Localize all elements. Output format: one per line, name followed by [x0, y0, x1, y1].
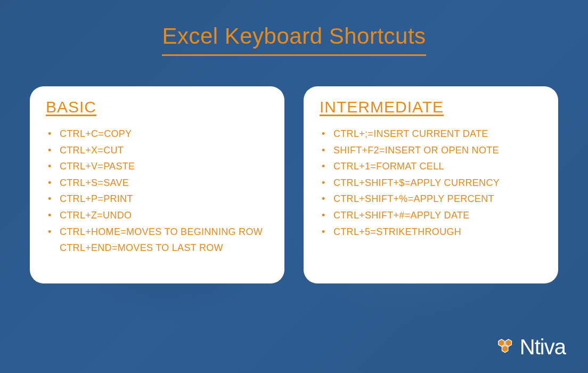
card-basic: BASIC CTRL+C=COPY CTRL+X=CUT CTRL+V=PAST… — [30, 86, 284, 283]
list-item: CTRL+P=PRINT — [48, 191, 268, 207]
intermediate-list: CTRL+;=INSERT CURRENT DATE SHIFT+F2=INSE… — [320, 126, 542, 240]
list-item: CTRL+Z=UNDO — [48, 207, 268, 224]
list-item: CTRL+1=FORMAT CELL — [322, 158, 542, 175]
list-item: CTRL+S=SAVE — [48, 175, 268, 191]
intermediate-heading: INTERMEDIATE — [320, 98, 542, 116]
basic-heading: BASIC — [46, 98, 268, 116]
svg-marker-0 — [499, 339, 504, 346]
list-item-text-extra: CTRL+END=MOVES TO LAST ROW — [60, 240, 268, 256]
cards-row: BASIC CTRL+C=COPY CTRL+X=CUT CTRL+V=PAST… — [30, 86, 558, 283]
list-item: CTRL+SHIFT+#=APPLY DATE — [322, 207, 542, 224]
list-item: CTRL+HOME=MOVES TO BEGINNING ROW CTRL+EN… — [48, 224, 268, 256]
list-item-text: CTRL+HOME=MOVES TO BEGINNING ROW — [60, 226, 263, 237]
list-item: CTRL+C=COPY — [48, 126, 268, 142]
list-item: SHIFT+F2=INSERT OR OPEN NOTE — [322, 142, 542, 159]
list-item: CTRL+SHIFT+%=APPLY PERCENT — [322, 191, 542, 207]
svg-marker-2 — [502, 345, 508, 352]
list-item: CTRL+V=PASTE — [48, 158, 268, 175]
list-item: CTRL+5=STRIKETHROUGH — [322, 224, 542, 240]
brand-logo: Ntiva — [496, 335, 566, 359]
page-title: Excel Keyboard Shortcuts — [162, 23, 426, 56]
basic-list: CTRL+C=COPY CTRL+X=CUT CTRL+V=PASTE CTRL… — [46, 126, 268, 256]
card-intermediate: INTERMEDIATE CTRL+;=INSERT CURRENT DATE … — [304, 86, 558, 283]
list-item: CTRL+;=INSERT CURRENT DATE — [322, 126, 542, 142]
title-container: Excel Keyboard Shortcuts — [0, 23, 588, 56]
hexagon-icon — [496, 338, 517, 356]
list-item: CTRL+X=CUT — [48, 142, 268, 159]
svg-marker-1 — [505, 339, 511, 346]
brand-name: Ntiva — [520, 335, 566, 359]
list-item: CTRL+SHIFT+$=APPLY CURRENCY — [322, 175, 542, 191]
